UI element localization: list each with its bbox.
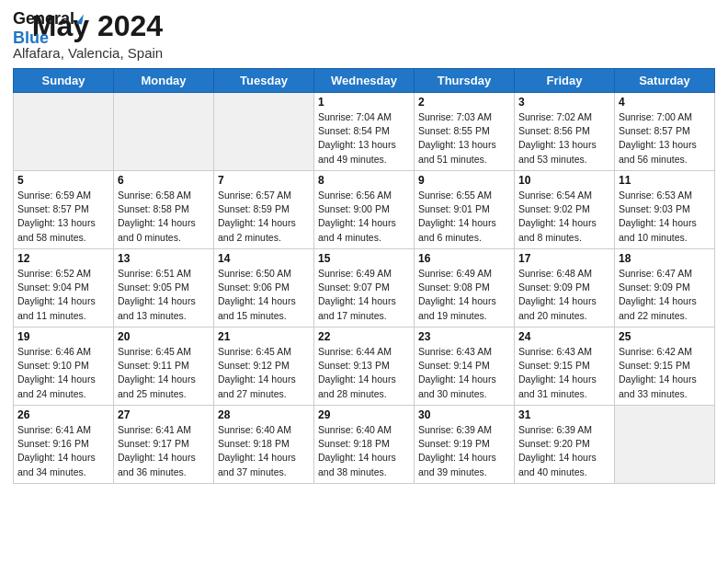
day-number: 20 (118, 330, 210, 343)
day-number: 30 (418, 408, 510, 421)
daylight-hours: Daylight: 14 hours (118, 451, 210, 465)
daylight-minutes: and 11 minutes. (17, 309, 109, 323)
sunrise-info: Sunrise: 7:03 AM (418, 110, 510, 124)
sunset-info: Sunset: 9:07 PM (318, 281, 410, 294)
cell-info: Sunrise: 6:40 AMSunset: 9:18 PMDaylight:… (218, 423, 310, 479)
daylight-minutes: and 19 minutes. (418, 309, 510, 323)
cell-info: Sunrise: 6:57 AMSunset: 8:59 PMDaylight:… (218, 189, 310, 245)
col-thursday: Thursday (415, 69, 515, 93)
day-number: 23 (418, 330, 510, 343)
table-row (214, 93, 314, 171)
logo-block: General Blue (13, 9, 83, 47)
daylight-minutes: and 13 minutes. (118, 309, 210, 323)
sunrise-info: Sunrise: 6:51 AM (118, 267, 210, 281)
table-row: 2Sunrise: 7:03 AMSunset: 8:55 PMDaylight… (415, 93, 515, 171)
day-number: 8 (318, 174, 410, 187)
day-number: 11 (619, 174, 711, 187)
day-number: 19 (17, 330, 109, 343)
table-row: 29Sunrise: 6:40 AMSunset: 9:18 PMDayligh… (314, 406, 415, 484)
table-row: 10Sunrise: 6:54 AMSunset: 9:02 PMDayligh… (515, 171, 615, 249)
cell-info: Sunrise: 6:50 AMSunset: 9:06 PMDaylight:… (218, 267, 310, 323)
daylight-hours: Daylight: 13 hours (17, 216, 109, 230)
daylight-hours: Daylight: 13 hours (619, 138, 711, 152)
daylight-minutes: and 8 minutes. (518, 231, 610, 245)
col-friday: Friday (515, 69, 615, 93)
daylight-minutes: and 56 minutes. (619, 153, 711, 167)
daylight-minutes: and 4 minutes. (318, 231, 410, 245)
col-saturday: Saturday (615, 69, 715, 93)
cell-info: Sunrise: 6:45 AMSunset: 9:11 PMDaylight:… (118, 345, 210, 401)
sunrise-info: Sunrise: 6:39 AM (518, 423, 610, 437)
daylight-minutes: and 0 minutes. (118, 231, 210, 245)
day-number: 31 (518, 408, 610, 421)
day-number: 21 (218, 330, 310, 343)
day-number: 16 (418, 252, 510, 265)
cell-info: Sunrise: 6:59 AMSunset: 8:57 PMDaylight:… (17, 189, 109, 245)
sunrise-info: Sunrise: 6:54 AM (518, 189, 610, 202)
table-row: 22Sunrise: 6:44 AMSunset: 9:13 PMDayligh… (314, 327, 415, 406)
day-number: 24 (518, 330, 610, 343)
sunset-info: Sunset: 9:15 PM (518, 359, 610, 373)
col-tuesday: Tuesday (214, 69, 314, 93)
cell-info: Sunrise: 7:03 AMSunset: 8:55 PMDaylight:… (418, 110, 510, 167)
daylight-hours: Daylight: 14 hours (218, 216, 310, 230)
sunset-info: Sunset: 9:11 PM (118, 359, 210, 373)
table-row: 1Sunrise: 7:04 AMSunset: 8:54 PMDaylight… (314, 93, 415, 171)
sunset-info: Sunset: 9:03 PM (619, 202, 711, 216)
cell-info: Sunrise: 6:51 AMSunset: 9:05 PMDaylight:… (118, 267, 210, 323)
day-number: 9 (418, 174, 510, 187)
daylight-minutes: and 10 minutes. (619, 231, 711, 245)
sunrise-info: Sunrise: 6:48 AM (518, 267, 610, 281)
sunset-info: Sunset: 9:04 PM (17, 281, 109, 294)
logo-blue: Blue (13, 29, 83, 48)
daylight-hours: Daylight: 14 hours (418, 216, 510, 230)
daylight-hours: Daylight: 14 hours (17, 373, 109, 386)
daylight-hours: Daylight: 14 hours (218, 451, 310, 465)
daylight-minutes: and 27 minutes. (218, 387, 310, 401)
day-number: 13 (118, 252, 210, 265)
cell-info: Sunrise: 6:46 AMSunset: 9:10 PMDaylight:… (17, 345, 109, 401)
sunset-info: Sunset: 9:09 PM (619, 281, 711, 294)
day-number: 25 (619, 330, 711, 343)
sunset-info: Sunset: 9:01 PM (418, 202, 510, 216)
daylight-minutes: and 36 minutes. (118, 465, 210, 479)
sunset-info: Sunset: 8:56 PM (518, 124, 610, 138)
sunset-info: Sunset: 8:54 PM (318, 124, 410, 138)
daylight-hours: Daylight: 14 hours (518, 373, 610, 386)
sunrise-info: Sunrise: 6:43 AM (418, 345, 510, 359)
logo-general: General (13, 9, 83, 29)
sunset-info: Sunset: 8:57 PM (619, 124, 711, 138)
sunrise-info: Sunrise: 6:47 AM (619, 267, 711, 281)
table-row: 25Sunrise: 6:42 AMSunset: 9:15 PMDayligh… (615, 327, 715, 406)
sunrise-info: Sunrise: 6:41 AM (118, 423, 210, 437)
table-row: 17Sunrise: 6:48 AMSunset: 9:09 PMDayligh… (515, 249, 615, 327)
daylight-minutes: and 34 minutes. (17, 465, 109, 479)
sunset-info: Sunset: 9:05 PM (118, 281, 210, 294)
daylight-hours: Daylight: 14 hours (118, 373, 210, 386)
sunset-info: Sunset: 9:02 PM (518, 202, 610, 216)
daylight-minutes: and 38 minutes. (318, 465, 410, 479)
daylight-minutes: and 58 minutes. (17, 231, 109, 245)
cell-info: Sunrise: 6:39 AMSunset: 9:20 PMDaylight:… (518, 423, 610, 479)
header: General Blue May 2024 Alfafara, Valencia… (13, 9, 715, 61)
cell-info: Sunrise: 6:56 AMSunset: 9:00 PMDaylight:… (318, 189, 410, 245)
cell-info: Sunrise: 6:43 AMSunset: 9:14 PMDaylight:… (418, 345, 510, 401)
day-number: 28 (218, 408, 310, 421)
daylight-hours: Daylight: 14 hours (418, 373, 510, 386)
sunset-info: Sunset: 9:14 PM (418, 359, 510, 373)
page: General Blue May 2024 Alfafara, Valencia… (0, 0, 728, 563)
cell-info: Sunrise: 6:52 AMSunset: 9:04 PMDaylight:… (17, 267, 109, 323)
sunset-info: Sunset: 9:17 PM (118, 437, 210, 451)
daylight-hours: Daylight: 14 hours (418, 294, 510, 308)
day-number: 1 (318, 96, 410, 109)
sunset-info: Sunset: 9:09 PM (518, 281, 610, 294)
table-row: 26Sunrise: 6:41 AMSunset: 9:16 PMDayligh… (14, 406, 114, 484)
sunset-info: Sunset: 9:06 PM (218, 281, 310, 294)
sunrise-info: Sunrise: 6:59 AM (17, 189, 109, 202)
daylight-minutes: and 30 minutes. (418, 387, 510, 401)
col-monday: Monday (114, 69, 214, 93)
day-number: 22 (318, 330, 410, 343)
day-number: 26 (17, 408, 109, 421)
sunrise-info: Sunrise: 6:45 AM (118, 345, 210, 359)
daylight-hours: Daylight: 14 hours (518, 451, 610, 465)
